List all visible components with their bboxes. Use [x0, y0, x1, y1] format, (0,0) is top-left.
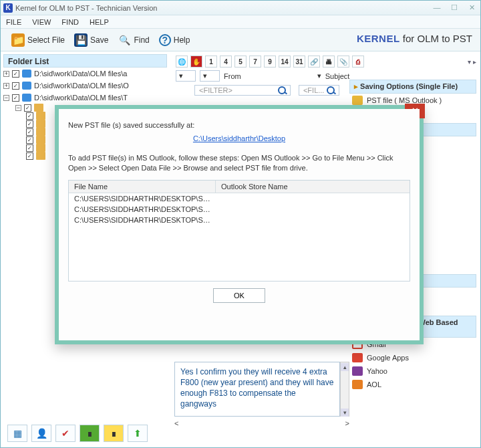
scroll-down-icon[interactable]: ▾	[341, 409, 349, 417]
select-file-button[interactable]: 📁 Select File	[7, 32, 69, 48]
strip-hand-icon[interactable]: ✋	[190, 55, 202, 68]
from-label: From	[224, 72, 243, 80]
checkbox[interactable]	[26, 136, 33, 144]
strip-btn-1[interactable]: 1	[205, 55, 217, 68]
folder-icon	[36, 120, 45, 128]
titlebar: K Kernel for OLM to PST - Technician Ver…	[1, 1, 480, 15]
next-arrow[interactable]: >	[345, 419, 349, 429]
checkbox[interactable]	[12, 94, 19, 102]
saving-options-single-header: ▸ Saving Options (Single File)	[349, 80, 476, 94]
filter-dropdown-2[interactable]: ▾	[200, 70, 220, 82]
preview-scrollbar[interactable]: ▴ ▾	[340, 362, 349, 417]
strip-btn-7[interactable]: 7	[249, 55, 261, 68]
collapse-icon[interactable]: −	[15, 105, 21, 111]
strip-attach-icon[interactable]: 📎	[337, 55, 349, 68]
folder-icon	[36, 136, 45, 144]
filter-row: ▾ ▾ From ▾ Subject	[176, 70, 351, 82]
strip-chain-icon[interactable]: 🔗	[308, 55, 320, 68]
checkbox[interactable]	[26, 152, 33, 160]
toolbar: 📁 Select File 💾 Save 🔍 Find ? Help KERNE…	[1, 29, 480, 51]
brand-rest: for OLM to PST	[400, 33, 472, 44]
save-icon: 💾	[74, 33, 88, 47]
tree-item[interactable]: +D:\sid\work\Data\OLM files\a	[3, 68, 164, 80]
format-icon-strip: 🌐 ✋ 1 4 5 7 9 14 31 🔗 🖶 📎 ⎙	[176, 54, 364, 69]
table-row[interactable]: C:\USERS\SIDDHARTHR\DESKTOP\SA...	[69, 215, 216, 225]
find-label: Find	[134, 35, 149, 45]
search-icon	[327, 86, 335, 94]
expand-icon[interactable]: +	[3, 83, 9, 89]
bottom-sticky-icon[interactable]: ∎	[104, 425, 124, 442]
dialog-message: New PST file (s) saved successfully at:	[68, 121, 410, 129]
menu-help[interactable]: HELP	[90, 18, 109, 26]
strip-print-icon[interactable]: 🖶	[323, 55, 335, 68]
subject-label: Subject	[325, 72, 351, 80]
drive-icon	[22, 82, 31, 90]
checkbox[interactable]	[26, 128, 33, 136]
save-option-googleapps[interactable]: Google Apps	[349, 351, 476, 364]
collapse-icon[interactable]: −	[3, 95, 9, 101]
checkbox[interactable]	[24, 104, 31, 112]
strip-btn-4[interactable]: 4	[220, 55, 232, 68]
bottom-notes-icon[interactable]: ∎	[79, 425, 100, 442]
col-file-name[interactable]: File Name	[69, 181, 216, 193]
pst-icon	[352, 96, 363, 105]
drive-icon	[22, 70, 31, 78]
bottom-calendar-icon[interactable]: ▦	[7, 425, 27, 442]
dialog-instructions: To add PST file(s) in MS Outlook, follow…	[68, 153, 410, 173]
from-filter-input[interactable]: <FILTER>	[194, 85, 291, 96]
search-icon	[278, 86, 286, 94]
help-label: Help	[174, 35, 190, 45]
panel-collapse-toggle[interactable]: ▾ ▸	[468, 58, 476, 66]
menu-view[interactable]: VIEW	[32, 18, 51, 26]
menu-find[interactable]: FIND	[61, 18, 79, 26]
tree-item[interactable]: +D:\sid\work\Data\OLM files\O	[3, 80, 164, 92]
subject-filter-input[interactable]: <FIL...	[299, 85, 340, 96]
folder-icon	[36, 152, 45, 160]
save-button[interactable]: 💾 Save	[70, 32, 112, 48]
prev-arrow[interactable]: <	[174, 419, 178, 429]
bottom-up-icon[interactable]: ⬆	[128, 425, 148, 442]
checkbox[interactable]	[26, 120, 33, 128]
help-button[interactable]: ? Help	[155, 33, 194, 47]
table-row[interactable]: C:\USERS\SIDDHARTHR\DESKTOP\SA...	[69, 204, 216, 215]
col-store-name[interactable]: Outlook Store Name	[216, 181, 410, 193]
checkbox[interactable]	[26, 144, 33, 152]
table-header: File Name Outlook Store Name	[69, 181, 410, 193]
strip-globe-icon[interactable]: 🌐	[176, 55, 188, 68]
from-sort-icon[interactable]: ▾	[317, 72, 321, 80]
strip-btn-9[interactable]: 9	[264, 55, 276, 68]
strip-btn-31[interactable]: 31	[293, 55, 305, 68]
maximize-button[interactable]: ☐	[448, 3, 460, 12]
ok-button[interactable]: OK	[213, 288, 265, 303]
filter-dropdown-1[interactable]: ▾	[176, 70, 196, 82]
save-option-aol[interactable]: AOL	[349, 378, 476, 391]
checkbox[interactable]	[26, 112, 33, 120]
checkbox[interactable]	[12, 70, 19, 78]
message-preview: Yes I confirm you they will receive 4 ex…	[174, 362, 340, 417]
scroll-up-icon[interactable]: ▴	[341, 363, 349, 371]
save-label: Save	[90, 35, 108, 45]
table-row[interactable]: C:\USERS\SIDDHARTHR\DESKTOP\SA...	[69, 193, 216, 204]
bottom-tasks-icon[interactable]: ✔	[55, 425, 75, 442]
save-option-yahoo[interactable]: Yahoo	[349, 364, 476, 378]
aol-icon	[352, 380, 363, 389]
bottom-contact-icon[interactable]: 👤	[31, 425, 51, 442]
strip-btn-14[interactable]: 14	[279, 55, 291, 68]
checkbox[interactable]	[12, 82, 19, 90]
tree-item-label: D:\sid\work\Data\OLM files\a	[34, 68, 127, 80]
drive-icon	[22, 94, 31, 102]
minimize-button[interactable]: —	[431, 3, 443, 12]
expand-icon[interactable]: +	[3, 71, 9, 77]
tree-item[interactable]: −D:\sid\work\Data\OLM files\T	[3, 92, 164, 104]
saved-path-link[interactable]: C:\Users\siddharthr\Desktop	[68, 134, 410, 142]
strip-btn-5[interactable]: 5	[234, 55, 247, 68]
menu-file[interactable]: FILE	[6, 18, 21, 26]
googleapps-icon	[352, 353, 363, 362]
folder-icon	[34, 104, 43, 112]
window-controls: — ☐ ✕	[431, 3, 478, 12]
close-window-button[interactable]: ✕	[466, 3, 478, 12]
brand-bold: KERNEL	[357, 33, 400, 44]
strip-pdf-icon[interactable]: ⎙	[352, 55, 364, 68]
find-button[interactable]: 🔍 Find	[114, 32, 153, 48]
folder-icon	[36, 144, 45, 152]
